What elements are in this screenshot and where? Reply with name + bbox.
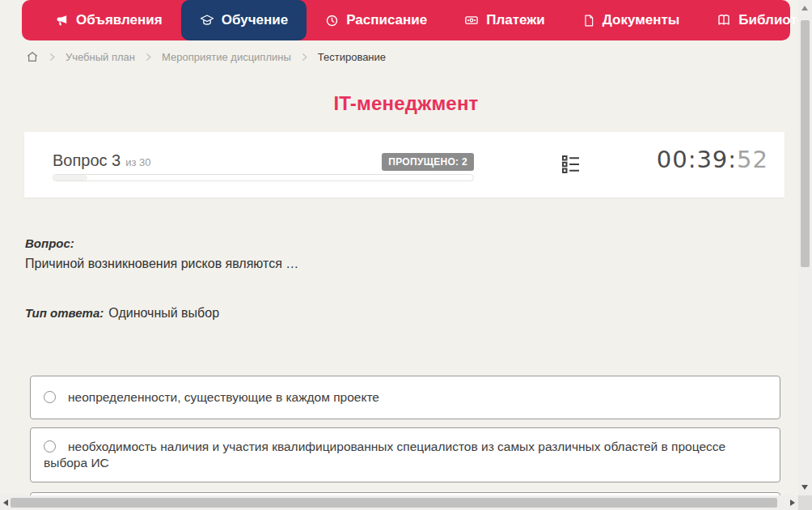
breadcrumb-item-discipline-event[interactable]: Мероприятие дисциплины bbox=[162, 51, 291, 63]
quiz-timer: 00:39:52 bbox=[657, 146, 768, 173]
answer-options: неопределенности, существующие в каждом … bbox=[30, 376, 780, 510]
main-navbar: Объявления Обучение Расписание Платежи Д… bbox=[22, 0, 790, 40]
nav-item-announcements[interactable]: Объявления bbox=[36, 0, 181, 40]
vertical-scrollbar-thumb[interactable] bbox=[801, 20, 810, 267]
question-list-icon bbox=[559, 152, 583, 176]
question-text: Причиной возникновения рисков являются … bbox=[25, 257, 298, 271]
answer-option-1[interactable]: неопределенности, существующие в каждом … bbox=[30, 376, 780, 419]
breadcrumb-item-testing: Тестирование bbox=[318, 51, 386, 63]
nav-item-label: Объявления bbox=[76, 12, 163, 28]
horizontal-scrollbar[interactable] bbox=[0, 495, 798, 510]
nav-item-library[interactable]: Библиотека bbox=[698, 0, 812, 40]
question-header-card: Вопрос 3из 30 ПРОПУЩЕНО: 2 00:39:52 bbox=[24, 132, 785, 198]
timer-hours-minutes: 00:39: bbox=[657, 146, 737, 173]
payments-icon bbox=[464, 13, 479, 28]
quiz-progress-bar bbox=[53, 174, 474, 181]
horizontal-scrollbar-thumb[interactable] bbox=[11, 498, 777, 508]
scroll-left-arrow-icon[interactable] bbox=[3, 499, 8, 506]
timer-seconds: 52 bbox=[737, 146, 768, 173]
answer-option-text: неопределенности, существующие в каждом … bbox=[68, 390, 379, 404]
chevron-right-icon bbox=[144, 53, 153, 62]
document-icon bbox=[582, 14, 595, 28]
answer-type-label: Тип ответа: bbox=[25, 306, 104, 320]
book-icon bbox=[717, 13, 731, 28]
scrollbar-corner bbox=[798, 495, 812, 510]
page-title: IT-менеджмент bbox=[0, 92, 812, 115]
answer-option-2[interactable]: необходимость наличия и участия квалифиц… bbox=[30, 427, 780, 482]
answer-option-text: необходимость наличия и участия квалифиц… bbox=[44, 440, 725, 470]
megaphone-icon bbox=[55, 14, 69, 28]
breadcrumb-item-curriculum[interactable]: Учебный план bbox=[66, 51, 135, 63]
chevron-right-icon bbox=[300, 53, 309, 62]
nav-item-label: Документы bbox=[603, 12, 680, 28]
breadcrumb: Учебный план Мероприятие дисциплины Тест… bbox=[26, 50, 386, 63]
nav-item-payments[interactable]: Платежи bbox=[446, 0, 564, 40]
clock-icon bbox=[325, 14, 339, 28]
question-total-label: из 30 bbox=[125, 156, 150, 168]
home-icon[interactable] bbox=[26, 50, 39, 63]
nav-item-label: Платежи bbox=[486, 12, 545, 28]
question-number-label: Вопрос 3 bbox=[53, 151, 121, 169]
scroll-up-arrow-icon[interactable] bbox=[801, 6, 808, 11]
question-list-button[interactable] bbox=[556, 150, 586, 179]
nav-item-documents[interactable]: Документы bbox=[564, 0, 699, 40]
radio-button-icon[interactable] bbox=[44, 391, 56, 403]
scroll-down-arrow-icon[interactable] bbox=[801, 485, 808, 490]
scroll-right-arrow-icon[interactable] bbox=[790, 499, 795, 506]
question-heading: Вопрос: bbox=[25, 236, 74, 250]
graduation-cap-icon bbox=[200, 13, 214, 28]
vertical-scrollbar[interactable] bbox=[798, 0, 812, 495]
radio-button-icon[interactable] bbox=[44, 440, 56, 453]
question-number: Вопрос 3из 30 bbox=[53, 151, 151, 170]
quiz-progress-fill bbox=[53, 175, 87, 181]
nav-item-learning[interactable]: Обучение bbox=[181, 0, 307, 40]
answer-type-line: Тип ответа:Одиночный выбор bbox=[25, 306, 219, 321]
quiz-page: Объявления Обучение Расписание Платежи Д… bbox=[0, 0, 812, 510]
answer-type-value: Одиночный выбор bbox=[108, 306, 219, 320]
nav-item-schedule[interactable]: Расписание bbox=[307, 0, 446, 40]
chevron-right-icon bbox=[48, 53, 57, 62]
nav-item-label: Расписание bbox=[346, 12, 427, 28]
skipped-badge: ПРОПУЩЕНО: 2 bbox=[382, 153, 474, 171]
nav-item-label: Обучение bbox=[222, 12, 288, 28]
